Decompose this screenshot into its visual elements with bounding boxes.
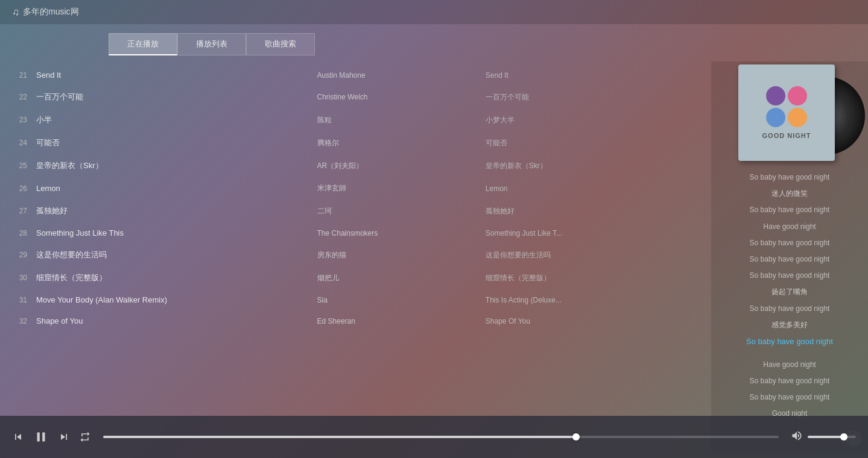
table-row[interactable]: 25 皇帝的新衣（Skr） AR（刘夫阳） 皇帝的新衣（Skr）: [12, 154, 699, 177]
progress-section: [103, 436, 779, 438]
repeat-icon: [79, 431, 91, 443]
tab-now-playing[interactable]: 正在播放: [109, 33, 177, 55]
song-album: Send It: [486, 71, 696, 80]
table-row[interactable]: 22 一百万个可能 Christine Welch 一百万个可能: [12, 86, 699, 108]
song-artist: AR（刘夫阳）: [317, 161, 486, 171]
progress-bar[interactable]: [103, 436, 779, 438]
song-number: 28: [15, 229, 36, 237]
song-album: 小梦大半: [486, 115, 696, 125]
song-title: 皇帝的新衣（Skr）: [36, 160, 317, 171]
next-icon: [58, 431, 70, 443]
table-row[interactable]: 30 细窟情长（完整版） 烟把儿 细窟情长（完整版）: [12, 266, 699, 289]
song-artist: 烟把儿: [317, 273, 486, 283]
circle-4: [788, 108, 807, 127]
circle-2: [788, 86, 807, 105]
header: ♫ 多年的music网: [0, 0, 868, 24]
song-title: Move Your Body (Alan Walker Remix): [36, 295, 317, 304]
song-title: Shape of You: [36, 316, 317, 325]
album-art: GOOD NIGHT: [738, 64, 835, 161]
tab-search[interactable]: 歌曲搜索: [246, 33, 315, 55]
song-title: 这是你想要的生活吗: [36, 249, 317, 260]
prev-icon: [12, 431, 24, 443]
lyric-line: So baby have good night: [720, 202, 859, 218]
song-album: 一百万个可能: [486, 92, 696, 102]
song-album: 细窟情长（完整版）: [486, 273, 696, 283]
song-title: Send It: [36, 71, 317, 80]
song-artist: 腾格尔: [317, 138, 486, 148]
song-number: 29: [15, 251, 36, 259]
lyric-line: So baby have good night: [720, 236, 859, 251]
song-album: 孤独她好: [486, 206, 696, 216]
song-title: Lemon: [36, 184, 317, 193]
app-title: 多年的music网: [23, 7, 79, 17]
volume-fill: [808, 436, 844, 438]
lyric-line: So baby have good night: [720, 170, 859, 185]
song-album: 可能否: [486, 138, 696, 148]
lyric-line: Have good night: [720, 357, 859, 372]
lyric-line: So baby have good night: [720, 390, 859, 405]
song-number: 30: [15, 274, 36, 282]
progress-fill: [103, 436, 576, 438]
volume-section: [791, 430, 856, 445]
table-row[interactable]: 24 可能否 腾格尔 可能否: [12, 131, 699, 154]
table-row[interactable]: 31 Move Your Body (Alan Walker Remix) Si…: [12, 289, 699, 310]
main-content: 21 Send It Austin Mahone Send It 22 一百万个…: [0, 61, 868, 453]
song-number: 26: [15, 184, 36, 193]
song-number: 31: [15, 296, 36, 304]
play-pause-button[interactable]: [33, 429, 49, 445]
song-album: This Is Acting (Deluxe...: [486, 296, 696, 304]
song-number: 24: [15, 139, 36, 147]
table-row[interactable]: 29 这是你想要的生活吗 房东的猫 这是你想要的生活吗: [12, 243, 699, 266]
song-artist: 房东的猫: [317, 250, 486, 260]
volume-bar[interactable]: [808, 436, 856, 438]
table-row[interactable]: 32 Shape of You Ed Sheeran Shape Of You: [12, 310, 699, 331]
table-row[interactable]: 23 小半 陈粒 小梦大半: [12, 108, 699, 131]
player-bar: [0, 416, 868, 458]
song-title: 可能否: [36, 137, 317, 148]
prev-button[interactable]: [12, 431, 24, 443]
tab-bar: 正在播放 播放列表 歌曲搜索: [109, 33, 868, 55]
song-number: 23: [15, 116, 36, 124]
next-button[interactable]: [58, 431, 70, 443]
lyric-line: 扬起了嘴角: [720, 284, 859, 300]
album-art-container: GOOD NIGHT: [738, 64, 841, 167]
volume-icon: [791, 430, 803, 442]
song-title: 小半: [36, 114, 317, 125]
album-circles: [762, 86, 811, 127]
right-panel: GOOD NIGHT So baby have good night迷人的微笑S…: [711, 61, 868, 453]
lyric-line: 感觉多美好: [720, 318, 859, 333]
pause-icon: [33, 429, 49, 445]
song-number: 27: [15, 207, 36, 215]
song-artist: Sia: [317, 296, 486, 304]
lyric-line: So baby have good night: [720, 334, 859, 350]
song-artist: Christine Welch: [317, 93, 486, 101]
circle-1: [766, 86, 785, 105]
song-album: 这是你想要的生活吗: [486, 250, 696, 260]
song-album: Something Just Like T...: [486, 229, 696, 237]
table-row[interactable]: 28 Something Just Like This The Chainsmo…: [12, 222, 699, 243]
table-row[interactable]: 27 孤独她好 二珂 孤独她好: [12, 199, 699, 222]
album-title: GOOD NIGHT: [762, 132, 811, 139]
song-artist: 陈粒: [317, 115, 486, 125]
song-title: 一百万个可能: [36, 92, 317, 102]
progress-thumb: [572, 433, 580, 441]
song-number: 21: [15, 71, 36, 80]
lyric-line: So baby have good night: [720, 301, 859, 316]
song-artist: Ed Sheeran: [317, 317, 486, 325]
lyric-line: So baby have good night: [720, 268, 859, 283]
volume-button[interactable]: [791, 430, 803, 445]
repeat-button[interactable]: [79, 431, 91, 443]
table-row[interactable]: 26 Lemon 米津玄師 Lemon: [12, 177, 699, 199]
lyric-line: Have good night: [720, 219, 859, 234]
song-title: 孤独她好: [36, 205, 317, 216]
song-number: 25: [15, 162, 36, 170]
lyric-line: 迷人的微笑: [720, 186, 859, 201]
song-album: Shape Of You: [486, 317, 696, 325]
song-list: 21 Send It Austin Mahone Send It 22 一百万个…: [0, 61, 711, 453]
song-title: 细窟情长（完整版）: [36, 272, 317, 283]
tab-playlist[interactable]: 播放列表: [177, 33, 246, 55]
lyrics-container: So baby have good night迷人的微笑So baby have…: [717, 167, 862, 453]
song-title: Something Just Like This: [36, 228, 317, 237]
table-row[interactable]: 21 Send It Austin Mahone Send It: [12, 64, 699, 86]
song-artist: Austin Mahone: [317, 71, 486, 80]
